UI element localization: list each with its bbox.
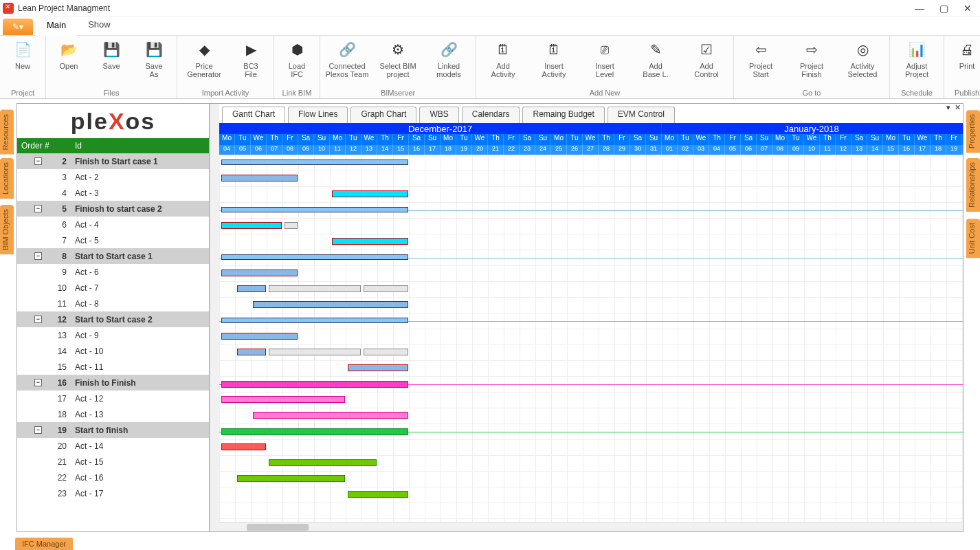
- ribbon-open-button[interactable]: 📂Open: [50, 37, 87, 70]
- gantt-bar[interactable]: [237, 475, 345, 482]
- gantt-bar[interactable]: [221, 428, 408, 435]
- maximize-button[interactable]: ▢: [939, 3, 948, 14]
- ribbon-selectbim-button[interactable]: ⚙Select BIM project: [375, 37, 421, 78]
- chart-tab-graph-chart[interactable]: Graph Chart: [350, 107, 416, 123]
- gantt-bar[interactable]: [221, 381, 408, 388]
- activity-row[interactable]: 18Act - 13: [17, 406, 209, 422]
- gantt-bar[interactable]: [253, 412, 408, 419]
- collapse-icon[interactable]: −: [34, 252, 42, 260]
- activity-row[interactable]: 23Act - 17: [17, 485, 209, 501]
- group-row[interactable]: −5Finiosh to start case 2: [17, 201, 209, 217]
- collapse-icon[interactable]: −: [34, 379, 42, 386]
- gantt-bar[interactable]: [221, 222, 282, 229]
- chart-tab-calendars[interactable]: Calendars: [462, 107, 520, 123]
- collapse-icon[interactable]: −: [34, 205, 42, 212]
- ribbon-addbl-button[interactable]: ✎Add Base L.: [633, 37, 678, 78]
- horizontal-scrollbar[interactable]: [219, 522, 963, 531]
- gantt-bar[interactable]: [221, 254, 408, 260]
- gantt-bar[interactable]: [269, 459, 377, 466]
- gantt-bar[interactable]: [332, 190, 408, 197]
- gantt-bar[interactable]: [221, 207, 408, 212]
- menu-tab-main[interactable]: Main: [36, 17, 77, 36]
- ribbon-loadifc-button[interactable]: ⬢Load IFC: [278, 37, 315, 78]
- gantt-bar[interactable]: [221, 270, 298, 276]
- col-order[interactable]: Order #: [17, 141, 72, 151]
- ribbon-saveas-button[interactable]: 💾Save As: [135, 37, 172, 78]
- activity-row[interactable]: 20Act - 14: [17, 438, 209, 454]
- side-tab-relationships[interactable]: Relationships: [966, 158, 980, 212]
- collapse-icon[interactable]: −: [34, 426, 42, 434]
- chart-tab-evm-control[interactable]: EVM Control: [608, 107, 675, 123]
- gantt-bar[interactable]: [221, 160, 408, 165]
- gantt-bar[interactable]: [221, 333, 298, 340]
- gantt-bar[interactable]: [253, 301, 408, 308]
- activity-row[interactable]: 17Act - 12: [17, 390, 209, 406]
- gantt-bar[interactable]: [332, 238, 408, 245]
- ribbon-save-button[interactable]: 💾Save: [93, 37, 130, 70]
- activity-row[interactable]: 13Act - 9: [17, 327, 209, 343]
- gantt-bar[interactable]: [221, 175, 298, 182]
- app-menu-button[interactable]: ✎▾: [3, 19, 33, 35]
- activity-row[interactable]: 7Act - 5: [17, 232, 209, 248]
- ribbon-pricegen-button[interactable]: ◆Price Generator: [181, 37, 227, 78]
- gantt-bar[interactable]: [364, 349, 408, 355]
- activity-row[interactable]: 14Act - 10: [17, 343, 209, 359]
- activity-row[interactable]: 11Act - 8: [17, 296, 209, 311]
- activity-row[interactable]: 10Act - 7: [17, 280, 209, 296]
- minimize-button[interactable]: —: [915, 3, 924, 14]
- chart-tab-flow-lines[interactable]: Flow Lines: [288, 107, 348, 123]
- col-id[interactable]: Id: [72, 141, 209, 151]
- ribbon-adjust-button[interactable]: 📊Adjust Project: [894, 37, 939, 78]
- activity-row[interactable]: 22Act - 16: [17, 470, 209, 485]
- ribbon-print-button[interactable]: 🖨Print: [948, 37, 980, 70]
- ribbon-new-button[interactable]: 📄New: [4, 37, 41, 70]
- close-button[interactable]: ✕: [964, 3, 972, 14]
- gantt-bar[interactable]: [221, 396, 345, 403]
- chart-tab-gantt-chart[interactable]: Gantt Chart: [222, 107, 285, 123]
- side-tab-properties[interactable]: Properties: [966, 110, 980, 153]
- ribbon-insertlvl-button[interactable]: ⎚Insert Level: [582, 37, 627, 78]
- activity-row[interactable]: 4Act - 3: [17, 185, 209, 201]
- group-row[interactable]: −12Start to Start case 2: [17, 311, 209, 327]
- activity-row[interactable]: 3Act - 2: [17, 169, 209, 185]
- collapse-icon[interactable]: −: [34, 316, 42, 323]
- gantt-bar[interactable]: [364, 285, 408, 292]
- gantt-bar[interactable]: [237, 349, 266, 355]
- side-tab-unit-cost[interactable]: Unit Cost: [966, 219, 980, 258]
- gantt-bar[interactable]: [237, 285, 266, 292]
- gantt-bar[interactable]: [285, 222, 298, 229]
- ribbon-bc3-button[interactable]: ▶BC3 File: [232, 37, 269, 78]
- ribbon-addact-button[interactable]: 🗓Add Activity: [480, 37, 526, 78]
- group-row[interactable]: −8Start to Start case 1: [17, 248, 209, 264]
- gantt-bar[interactable]: [348, 491, 408, 498]
- activity-row[interactable]: 15Act - 11: [17, 359, 209, 375]
- ribbon-actsel-button[interactable]: ◎Activity Selected: [840, 37, 885, 78]
- menu-tab-show[interactable]: Show: [77, 16, 122, 35]
- activity-row[interactable]: 9Act - 6: [17, 264, 209, 280]
- gantt-bar[interactable]: [221, 443, 266, 450]
- side-tab-bim-objects[interactable]: BIM Objects: [0, 205, 14, 254]
- side-tab-locations[interactable]: Locations: [0, 158, 14, 199]
- ribbon-pstart-button[interactable]: ⇦Project Start: [738, 37, 783, 78]
- gantt-bar[interactable]: [269, 285, 361, 292]
- gantt-bar[interactable]: [348, 364, 408, 371]
- pane-close-button[interactable]: ✕: [955, 103, 961, 114]
- gantt-grid[interactable]: [219, 155, 963, 531]
- chart-tab-remaing-budget[interactable]: Remaing Budget: [522, 107, 604, 123]
- pane-menu-button[interactable]: ▾: [946, 103, 950, 114]
- group-row[interactable]: −2Finish to Start case 1: [17, 153, 209, 169]
- ribbon-insertact-button[interactable]: 🗓Insert Activity: [531, 37, 577, 78]
- ribbon-linked-button[interactable]: 🔗Linked models: [426, 37, 471, 78]
- ribbon-addctrl-button[interactable]: ☑Add Control: [684, 37, 729, 78]
- ribbon-pfinish-button[interactable]: ⇨Project Finish: [789, 37, 834, 78]
- collapse-icon[interactable]: −: [34, 157, 42, 165]
- group-row[interactable]: −19Start to finish: [17, 422, 209, 438]
- gantt-bar[interactable]: [221, 318, 408, 323]
- vertical-scrollbar[interactable]: [210, 104, 219, 531]
- activity-row[interactable]: 21Act - 15: [17, 454, 209, 470]
- gantt-bar[interactable]: [269, 349, 361, 355]
- ifc-manager-tab[interactable]: IFC Manager: [15, 538, 73, 550]
- activity-row[interactable]: 6Act - 4: [17, 217, 209, 232]
- ribbon-connteam-button[interactable]: 🔗Connected Plexos Team: [324, 37, 370, 78]
- chart-tab-wbs[interactable]: WBS: [419, 107, 458, 123]
